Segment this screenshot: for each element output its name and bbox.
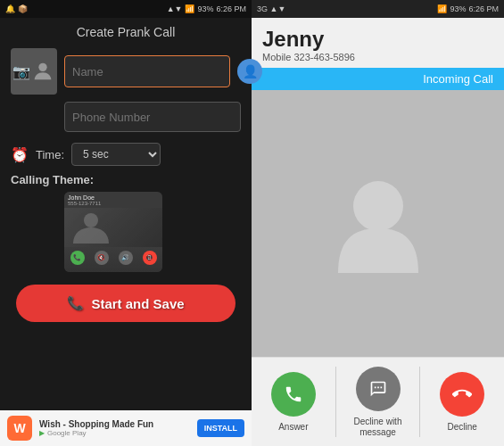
phone-row [64,102,241,132]
ad-text: Wish - Shopping Made Fun ▶ Google Play [39,419,190,437]
dropbox-icon: 📦 [18,4,28,13]
time-label: Time: [36,148,64,161]
answer-phone-icon [271,372,316,417]
status-bar-right: 3G ▲▼ 📶 93% 6:26 PM [252,0,504,18]
theme-caller-number: 555-123-7711 [68,201,101,206]
theme-caller-info: John Doe 555-123-7711 [68,194,101,206]
notification-icon: 🔔 [5,4,15,13]
theme-speaker-icon: 🔊 [119,251,133,265]
caller-number: Mobile 323-463-5896 [262,52,493,62]
decline-with-message-button[interactable]: Decline with message [336,358,420,446]
theme-photo [64,208,162,247]
status-left-icons: 🔔 📦 [5,4,28,13]
caller-name: Jenny [262,27,493,52]
status-right-right-icons: 📶 93% 6:26 PM [437,4,499,13]
status-right-icons: ▲▼ 📶 93% 6:26 PM [167,4,246,13]
theme-answer-icon: 📞 [70,251,85,265]
caller-info: Jenny Mobile 323-463-5896 [252,18,504,68]
ad-subtitle-text: Google Play [47,429,87,437]
person-silhouette [30,59,55,84]
install-button[interactable]: INSTALL [197,419,244,437]
svg-point-0 [38,63,46,71]
start-save-button[interactable]: 📞 Start and Save [16,285,235,322]
name-row: 📷 👤 [11,48,241,95]
decline-msg-label: Decline with message [336,417,420,438]
time-row: ⏰ Time: 5 sec 10 sec 15 sec 30 sec [11,139,241,169]
form-area: 📷 👤 ⏰ Time: 5 sec 10 sec 15 sec 30 sec [0,48,252,169]
time-select[interactable]: 5 sec 10 sec 15 sec 30 sec [71,143,161,166]
alarm-icon: ⏰ [11,146,29,163]
google-play-icon: ▶ [39,429,45,437]
ad-bar: W Wish - Shopping Made Fun ▶ Google Play… [0,410,252,446]
theme-label: Calling Theme: [11,173,241,186]
decline-label: Decline [448,422,477,433]
status-right-left-icons: 3G ▲▼ [257,4,285,13]
svg-point-2 [353,181,403,231]
ad-subtitle: ▶ Google Play [39,429,190,437]
time-left: 6:26 PM [216,4,246,13]
caller-avatar-silhouette [334,175,423,273]
time-right: 6:26 PM [468,4,499,13]
contact-picker-button[interactable]: 👤 [237,59,262,84]
caller-photo [252,90,504,357]
signal-bars-right-icon: 📶 [437,4,447,13]
left-panel: 🔔 📦 ▲▼ 📶 93% 6:26 PM Create Prank Call 📷… [0,0,252,446]
ad-title: Wish - Shopping Made Fun [39,419,190,429]
action-buttons: Answer Decline with message Decline [252,357,504,446]
decline-button[interactable]: Decline [420,358,504,446]
message-icon [356,367,401,411]
decline-phone-icon [440,372,484,417]
theme-caller-name: John Doe [68,194,101,201]
phone-input[interactable] [64,102,241,132]
incoming-call-label: Incoming Call [423,72,493,86]
wish-logo-letter: W [13,421,25,435]
svg-point-1 [84,213,98,227]
signal-right-icon: 3G ▲▼ [257,4,285,13]
status-bar-left: 🔔 📦 ▲▼ 📶 93% 6:26 PM [0,0,252,18]
camera-icon: 📷 [12,63,30,80]
answer-label: Answer [278,422,308,433]
wifi-icon: 📶 [185,4,194,13]
start-save-label: Start and Save [91,296,184,311]
phone-answer-svg [284,384,303,404]
right-panel: 3G ▲▼ 📶 93% 6:26 PM Jenny Mobile 323-463… [252,0,504,446]
theme-section: Calling Theme: John Doe 555-123-7711 📞 [0,169,252,276]
theme-buttons: 📞 🔇 🔊 📵 [64,247,162,268]
phone-decline-svg [452,384,472,404]
name-input[interactable] [64,55,230,87]
theme-caller-bar: John Doe 555-123-7711 [64,192,162,208]
contact-icon: 👤 [243,64,258,78]
avatar-placeholder: 📷 [11,48,57,95]
theme-preview[interactable]: John Doe 555-123-7711 📞 🔇 🔊 📵 [64,192,162,272]
battery-text: 93% [197,4,213,13]
theme-preview-inner: John Doe 555-123-7711 📞 🔇 🔊 📵 [64,192,162,272]
incoming-call-banner: Incoming Call [252,68,504,90]
message-svg [369,380,387,398]
theme-photo-silhouette [64,208,118,244]
phone-icon: 📞 [67,295,84,311]
answer-button[interactable]: Answer [252,358,335,446]
battery-right-text: 93% [450,4,466,13]
wish-logo: W [7,416,32,441]
theme-mute-icon: 🔇 [95,251,109,265]
signal-icon: ▲▼ [167,4,183,13]
theme-decline-icon: 📵 [143,251,157,265]
app-title: Create Prank Call [0,18,252,48]
